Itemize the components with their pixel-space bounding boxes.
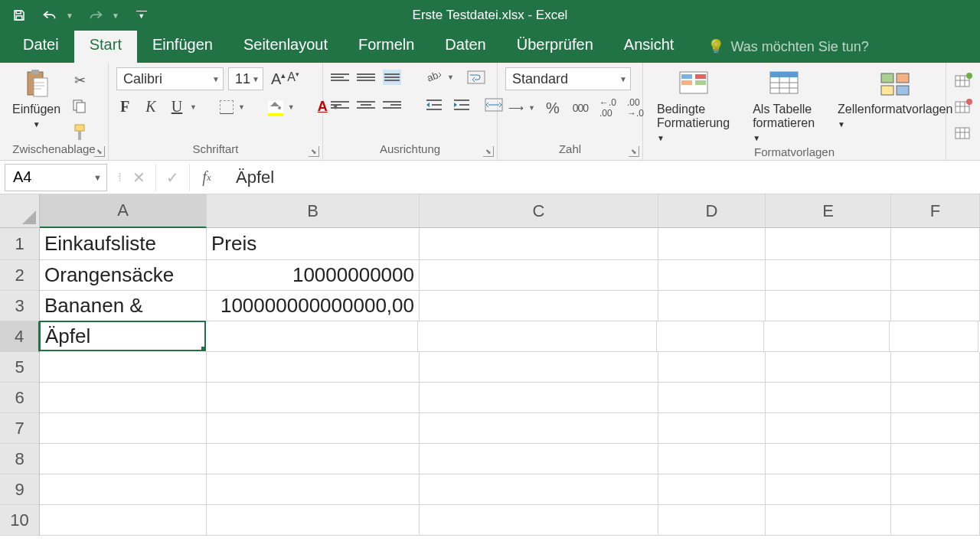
col-header-D[interactable]: D (658, 194, 766, 228)
cell-C3[interactable] (420, 291, 658, 321)
cell-styles-button[interactable]: Zellenformatvorlagen▼ (831, 67, 959, 132)
cell-E2[interactable] (766, 260, 891, 291)
cell-F8[interactable] (891, 444, 980, 474)
cell-B9[interactable] (207, 474, 420, 505)
wrap-text-icon[interactable] (466, 67, 486, 87)
cell-A1[interactable]: Einkaufsliste (40, 228, 207, 260)
align-bottom-icon[interactable] (383, 70, 401, 85)
col-header-A[interactable]: A (40, 194, 207, 228)
cell-E10[interactable] (766, 505, 891, 536)
borders-dropdown-icon[interactable]: ▼ (238, 103, 245, 111)
align-left-icon[interactable] (331, 97, 349, 112)
cell-F10[interactable] (891, 505, 980, 536)
clipboard-launcher-icon[interactable]: ⬊ (94, 146, 105, 157)
format-painter-icon[interactable] (70, 122, 90, 142)
cell-C6[interactable] (420, 383, 658, 413)
cell-E1[interactable] (766, 228, 891, 260)
cell-F3[interactable] (891, 291, 980, 321)
copy-icon[interactable] (70, 96, 90, 116)
cell-D2[interactable] (658, 260, 766, 291)
increase-indent-icon[interactable] (452, 95, 472, 115)
decrease-font-icon[interactable]: A▾ (287, 70, 299, 88)
cell-A4[interactable]: Äpfel (39, 321, 206, 351)
cell-A5[interactable] (40, 352, 207, 383)
cell-A8[interactable] (40, 444, 207, 474)
conditional-formatting-button[interactable]: Bedingte Formatierung▼ (651, 67, 736, 145)
number-format-combo[interactable]: Standard▼ (505, 67, 631, 90)
cell-D4[interactable] (657, 321, 764, 352)
cell-C10[interactable] (420, 505, 658, 536)
row-header-2[interactable]: 2 (0, 260, 40, 291)
bold-button[interactable]: F (116, 98, 133, 116)
cell-D1[interactable] (658, 228, 766, 260)
cell-E3[interactable] (766, 291, 891, 321)
italic-button[interactable]: K (142, 98, 159, 116)
orientation-icon[interactable]: ab (424, 67, 444, 87)
formula-input[interactable]: Äpfel (231, 168, 980, 187)
tab-pagelayout[interactable]: Seitenlayout (228, 28, 343, 63)
redo-icon[interactable] (87, 7, 104, 24)
col-header-F[interactable]: F (891, 194, 980, 228)
cell-C1[interactable] (420, 228, 658, 260)
cell-F7[interactable] (891, 413, 980, 444)
insert-function-icon[interactable]: fx (190, 164, 224, 191)
cell-D10[interactable] (658, 505, 766, 536)
name-box[interactable]: A4 ▼ (5, 164, 107, 191)
cell-F5[interactable] (891, 352, 980, 383)
accounting-format-icon[interactable]: ⟶ (505, 98, 525, 118)
fill-color-icon[interactable] (268, 101, 283, 113)
cell-A7[interactable] (40, 413, 207, 444)
cell-F2[interactable] (891, 260, 980, 291)
tab-home[interactable]: Start (74, 28, 137, 63)
cell-A2[interactable]: Orangensäcke (40, 260, 207, 291)
cell-F4[interactable] (890, 321, 978, 352)
row-header-5[interactable]: 5 (0, 352, 40, 383)
cancel-formula-icon[interactable]: ✕ (122, 164, 156, 191)
row-header-7[interactable]: 7 (0, 413, 40, 444)
cell-F1[interactable] (891, 228, 980, 260)
align-middle-icon[interactable] (357, 70, 375, 85)
row-header-4[interactable]: 4 (0, 321, 40, 352)
cell-C5[interactable] (420, 352, 658, 383)
format-as-table-button[interactable]: Als Tabelle formatieren▼ (746, 67, 821, 145)
tab-data[interactable]: Daten (430, 28, 501, 63)
cell-B8[interactable] (207, 444, 420, 474)
tab-file[interactable]: Datei (8, 28, 74, 63)
comma-style-icon[interactable]: 000 (570, 98, 590, 118)
cell-E7[interactable] (766, 413, 891, 444)
cell-C2[interactable] (420, 260, 658, 291)
cell-B10[interactable] (207, 505, 420, 536)
enter-formula-icon[interactable]: ✓ (156, 164, 190, 191)
align-center-icon[interactable] (357, 97, 375, 112)
increase-decimal-icon[interactable]: ←.0.00 (598, 98, 618, 118)
tab-view[interactable]: Ansicht (609, 28, 690, 63)
cell-D5[interactable] (658, 352, 766, 383)
number-launcher-icon[interactable]: ⬊ (629, 146, 639, 157)
cell-B4[interactable] (205, 321, 418, 352)
tab-review[interactable]: Überprüfen (501, 28, 609, 63)
insert-cells-icon[interactable] (954, 70, 974, 90)
cell-E5[interactable] (766, 352, 891, 383)
cell-A9[interactable] (40, 474, 207, 505)
undo-icon[interactable] (41, 7, 58, 24)
cell-E6[interactable] (766, 383, 891, 413)
cell-D8[interactable] (658, 444, 766, 474)
cell-D7[interactable] (658, 413, 766, 444)
accounting-dropdown-icon[interactable]: ▼ (528, 104, 535, 112)
qat-customize-icon[interactable]: ▼ (133, 7, 150, 24)
cell-A6[interactable] (40, 383, 207, 413)
cell-E4[interactable] (764, 321, 890, 352)
paste-button[interactable]: Einfügen▼ (8, 67, 65, 131)
underline-dropdown-icon[interactable]: ▼ (190, 103, 197, 111)
row-header-8[interactable]: 8 (0, 444, 40, 474)
cell-F9[interactable] (891, 474, 980, 505)
borders-icon[interactable] (220, 100, 234, 114)
align-right-icon[interactable] (383, 97, 401, 112)
cell-D9[interactable] (658, 474, 766, 505)
cell-B6[interactable] (207, 383, 420, 413)
percent-icon[interactable]: % (543, 98, 563, 118)
row-header-10[interactable]: 10 (0, 505, 40, 536)
cell-B3[interactable]: 100000000000000,00 (207, 291, 420, 321)
cell-B5[interactable] (207, 352, 420, 383)
decrease-indent-icon[interactable] (424, 95, 444, 115)
